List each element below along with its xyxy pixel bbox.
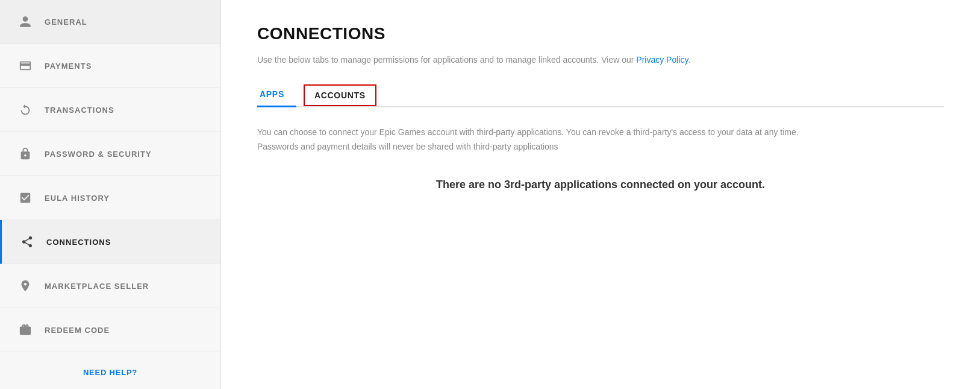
sidebar-item-connections-label: Connections — [46, 238, 111, 247]
privacy-policy-link[interactable]: Privacy Policy — [636, 55, 688, 65]
sidebar-item-marketplace-seller[interactable]: Marketplace Seller — [0, 264, 220, 308]
eula-icon — [17, 189, 34, 206]
tab-accounts[interactable]: Accounts — [304, 84, 376, 106]
sidebar-item-password-security[interactable]: Password & Security — [0, 132, 220, 176]
need-help-link[interactable]: Need Help? — [83, 368, 137, 377]
apps-tab-description: You can choose to connect your Epic Game… — [257, 125, 799, 154]
sidebar-item-general-label: General — [45, 17, 87, 27]
password-icon — [17, 145, 34, 162]
sidebar-item-eula-history-label: Eula History — [45, 194, 110, 203]
marketplace-icon — [17, 277, 34, 294]
need-help-section: Need Help? — [0, 352, 220, 389]
sidebar-item-eula-history[interactable]: Eula History — [0, 176, 220, 220]
main-content: Connections Use the below tabs to manage… — [221, 0, 980, 389]
sidebar-item-redeem-code-label: Redeem Code — [45, 326, 110, 335]
redeem-icon — [17, 321, 34, 338]
tab-apps[interactable]: Apps — [257, 83, 296, 106]
sidebar-item-general[interactable]: General — [0, 0, 220, 44]
sidebar-item-transactions-label: Transactions — [45, 106, 114, 115]
person-icon — [17, 13, 34, 30]
page-title: Connections — [257, 24, 944, 43]
sidebar-item-transactions[interactable]: Transactions — [0, 88, 220, 132]
sidebar-item-password-security-label: Password & Security — [45, 150, 152, 159]
transactions-icon — [17, 101, 34, 118]
description-text: Use the below tabs to manage permissions… — [257, 55, 636, 65]
empty-state-message: There are no 3rd-party applications conn… — [257, 179, 944, 191]
sidebar-item-payments-label: Payments — [45, 62, 92, 71]
connections-icon — [19, 233, 36, 250]
sidebar-item-payments[interactable]: Payments — [0, 44, 220, 88]
sidebar: General Payments Transactions Password &… — [0, 0, 221, 389]
sidebar-item-marketplace-seller-label: Marketplace Seller — [45, 282, 149, 291]
sidebar-item-redeem-code[interactable]: Redeem Code — [0, 308, 220, 352]
sidebar-item-connections[interactable]: Connections — [0, 220, 220, 264]
tabs-container: Apps Accounts — [257, 83, 944, 107]
payments-icon — [17, 57, 34, 74]
page-description: Use the below tabs to manage permissions… — [257, 53, 944, 66]
